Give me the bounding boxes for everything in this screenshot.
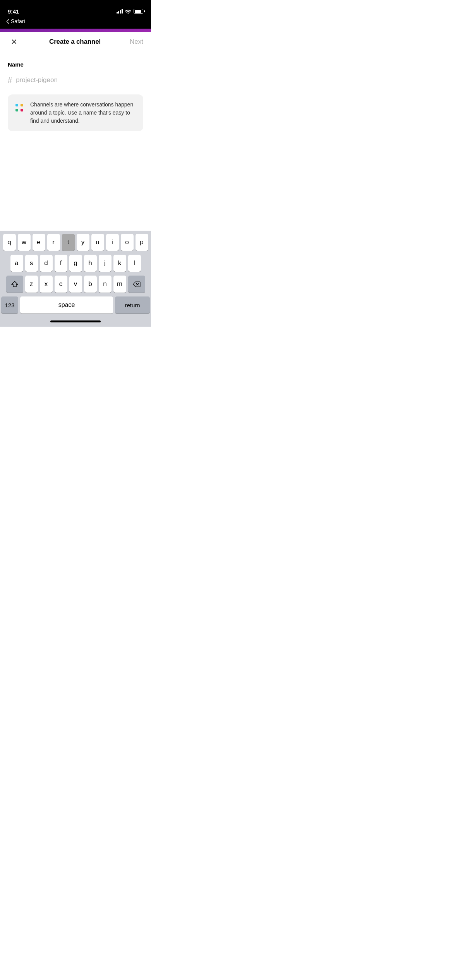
safari-bar: Safari bbox=[0, 17, 151, 29]
key-l[interactable]: l bbox=[128, 255, 141, 272]
close-button[interactable]: ✕ bbox=[8, 36, 20, 48]
key-z[interactable]: z bbox=[25, 276, 38, 293]
close-icon: ✕ bbox=[11, 38, 17, 46]
status-icons bbox=[117, 9, 144, 14]
svg-rect-0 bbox=[15, 104, 18, 106]
space-key[interactable]: space bbox=[20, 296, 113, 314]
battery-icon bbox=[134, 9, 143, 14]
info-text: Channels are where conversations happen … bbox=[30, 101, 138, 125]
keyboard-row-3: z x c v b n m bbox=[1, 276, 150, 293]
key-r[interactable]: r bbox=[47, 234, 60, 251]
key-y[interactable]: y bbox=[77, 234, 89, 251]
key-x[interactable]: x bbox=[40, 276, 53, 293]
key-j[interactable]: j bbox=[99, 255, 112, 272]
home-indicator bbox=[1, 317, 150, 325]
channel-name-input-row: # bbox=[8, 72, 143, 88]
safari-back-button[interactable]: Safari bbox=[6, 18, 25, 24]
key-a[interactable]: a bbox=[10, 255, 23, 272]
key-t[interactable]: t bbox=[62, 234, 75, 251]
name-label: Name bbox=[8, 61, 143, 68]
key-v[interactable]: v bbox=[69, 276, 82, 293]
slack-logo-icon bbox=[13, 101, 26, 114]
modal-title: Create a channel bbox=[49, 38, 101, 46]
key-p[interactable]: p bbox=[136, 234, 148, 251]
key-e[interactable]: e bbox=[33, 234, 45, 251]
key-o[interactable]: o bbox=[121, 234, 134, 251]
numbers-key[interactable]: 123 bbox=[1, 296, 18, 314]
form-content: Name # Channels are where conversations … bbox=[0, 52, 151, 131]
key-w[interactable]: w bbox=[18, 234, 31, 251]
signal-icon bbox=[117, 9, 123, 14]
keyboard-row-2: a s d f g h j k l bbox=[1, 255, 150, 272]
key-c[interactable]: c bbox=[55, 276, 67, 293]
key-m[interactable]: m bbox=[113, 276, 126, 293]
key-u[interactable]: u bbox=[91, 234, 104, 251]
key-k[interactable]: k bbox=[113, 255, 126, 272]
key-h[interactable]: h bbox=[84, 255, 97, 272]
keyboard-row-1: q w e r t y u i o p bbox=[1, 234, 150, 251]
key-i[interactable]: i bbox=[106, 234, 119, 251]
key-n[interactable]: n bbox=[99, 276, 112, 293]
progress-bar bbox=[0, 29, 151, 32]
return-key[interactable]: return bbox=[115, 296, 150, 314]
wifi-icon bbox=[125, 9, 131, 14]
hash-icon: # bbox=[8, 76, 12, 84]
info-box: Channels are where conversations happen … bbox=[8, 94, 143, 131]
home-bar bbox=[50, 320, 101, 322]
shift-key[interactable] bbox=[6, 276, 23, 293]
svg-rect-1 bbox=[15, 109, 18, 111]
svg-rect-2 bbox=[21, 104, 23, 106]
key-g[interactable]: g bbox=[69, 255, 82, 272]
keyboard-row-4: 123 space return bbox=[1, 296, 150, 314]
modal-header: ✕ Create a channel Next bbox=[0, 32, 151, 52]
next-button[interactable]: Next bbox=[130, 38, 143, 46]
status-bar: 9:41 bbox=[0, 0, 151, 17]
key-d[interactable]: d bbox=[40, 255, 53, 272]
svg-rect-3 bbox=[21, 109, 23, 111]
keyboard: q w e r t y u i o p a s d f g h j k l z … bbox=[0, 231, 151, 327]
backspace-key[interactable] bbox=[128, 276, 145, 293]
channel-name-input[interactable] bbox=[16, 76, 143, 84]
status-time: 9:41 bbox=[8, 8, 19, 15]
key-b[interactable]: b bbox=[84, 276, 97, 293]
key-s[interactable]: s bbox=[25, 255, 38, 272]
key-f[interactable]: f bbox=[55, 255, 67, 272]
key-q[interactable]: q bbox=[3, 234, 16, 251]
